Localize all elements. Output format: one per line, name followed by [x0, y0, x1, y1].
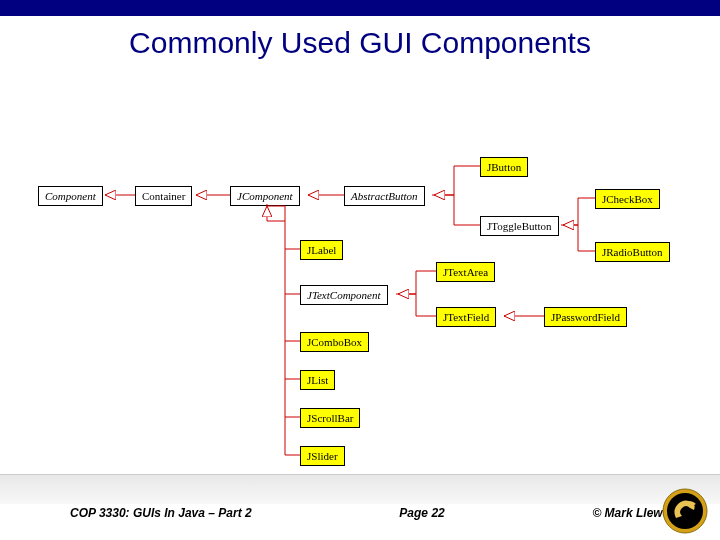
uml-connectors [0, 16, 720, 540]
footer-page: Page 22 [399, 506, 444, 520]
svg-point-31 [667, 493, 703, 529]
slide-footer: COP 3330: GUIs In Java – Part 2 Page 22 … [0, 474, 720, 540]
ucf-pegasus-icon [662, 488, 708, 534]
footer-course: COP 3330: GUIs In Java – Part 2 [70, 506, 252, 520]
